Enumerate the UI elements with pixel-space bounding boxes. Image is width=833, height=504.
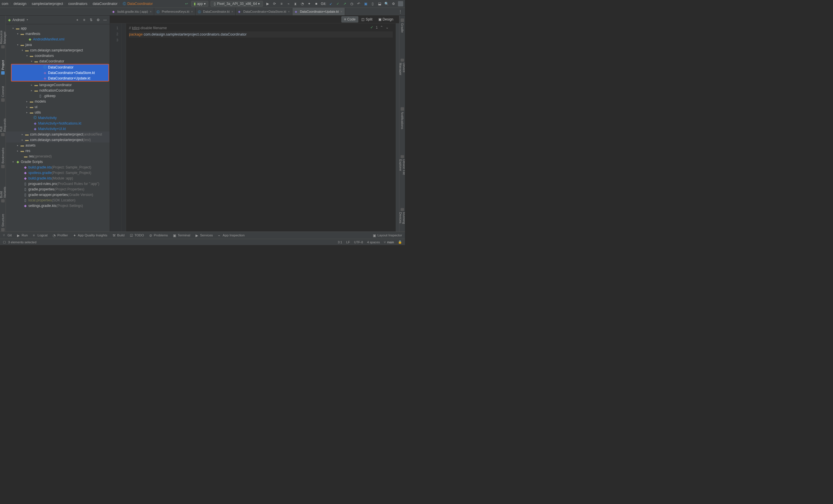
- tree-bgk-proj[interactable]: ◆build.gradle.kts (Project: Sample_Proje…: [6, 165, 110, 170]
- tree-models[interactable]: ▸▬models: [6, 99, 110, 104]
- aqi-tool[interactable]: ✦App Quality Insights: [73, 233, 107, 237]
- tree-java[interactable]: ▾▬java: [6, 42, 110, 47]
- run-tool[interactable]: ▶Run: [17, 233, 28, 237]
- tree-res[interactable]: ▸▬res: [6, 148, 110, 153]
- commit-tab[interactable]: Commit: [1, 86, 5, 102]
- tree-data-coordinator[interactable]: ▾▬dataCoordinator: [6, 58, 110, 64]
- next-highlight-icon[interactable]: ⌄: [385, 25, 389, 31]
- stop-icon[interactable]: ■: [314, 1, 318, 6]
- todo-tool[interactable]: ☑TODO: [130, 233, 144, 237]
- filter-icon[interactable]: ⇅: [89, 18, 93, 22]
- debug-icon[interactable]: ⌁: [286, 1, 291, 6]
- structure-tab[interactable]: Structure: [1, 214, 5, 231]
- crumb-5[interactable]: DataCoordinator: [127, 2, 153, 6]
- close-icon[interactable]: ×: [150, 10, 151, 13]
- hide-icon[interactable]: —: [103, 18, 107, 22]
- crumb-2[interactable]: samplestarterproject: [31, 2, 63, 6]
- git-tool[interactable]: ⑂Git: [3, 233, 12, 237]
- tree-proguard[interactable]: ▯proguard-rules.pro (ProGuard Rules for …: [6, 181, 110, 186]
- tree-notif-coord[interactable]: ▸▬notificationCoordinator: [6, 87, 110, 93]
- run-config-device[interactable]: ▯Pixel_3a_API_33_x86_64▾: [211, 1, 263, 7]
- avd-icon[interactable]: ▯: [370, 1, 375, 6]
- build-tool[interactable]: ⚒Build: [113, 233, 125, 237]
- build-variants-tab[interactable]: Build Variants: [0, 180, 6, 202]
- prev-highlight-icon[interactable]: ⌃: [380, 25, 383, 31]
- tree-bgk-mod[interactable]: ◆build.gradle.kts (Module :app): [6, 175, 110, 181]
- tabs-overflow[interactable]: ⋮: [396, 8, 405, 15]
- undo-icon[interactable]: ↶: [356, 1, 361, 6]
- tree-settings[interactable]: ◆settings.gradle.kts (Project Settings): [6, 203, 110, 208]
- close-icon[interactable]: ×: [191, 10, 193, 13]
- step-icon[interactable]: ≡: [279, 1, 284, 6]
- panel-gear-icon[interactable]: ⚙: [96, 18, 100, 22]
- running-devices-tab[interactable]: Running Devices: [399, 208, 405, 231]
- git-branch[interactable]: ⑂main: [384, 241, 394, 244]
- tab-4[interactable]: ◆DataCoordinator+Update.kt×: [292, 8, 345, 15]
- tree-spotless[interactable]: ◆spotless.gradle (Project: Sample_Projec…: [6, 170, 110, 175]
- avatar[interactable]: [398, 1, 403, 6]
- app-inspection-tool[interactable]: ⌁App Inspection: [218, 233, 245, 237]
- search-icon[interactable]: 🔍: [384, 1, 389, 6]
- pull-requests-tab[interactable]: Pull Requests: [0, 113, 6, 136]
- error-stripe[interactable]: [396, 23, 399, 231]
- tree-gitkeep[interactable]: ▯.gitkeep: [6, 93, 110, 99]
- coverage-icon[interactable]: ⧗: [293, 1, 298, 6]
- tree-pkg-androidtest[interactable]: ▸▬com.delasign.samplestarterproject (and…: [6, 131, 110, 137]
- tree-mainactivity[interactable]: ⒸMainActivity: [6, 115, 110, 121]
- logcat-tool[interactable]: ≡Logcat: [33, 233, 48, 237]
- code-area[interactable]: // ktlint-disable filename package com.d…: [126, 23, 396, 231]
- tab-2[interactable]: ⒸDataCoordinator.kt×: [195, 8, 236, 15]
- project-tab[interactable]: Project: [1, 60, 5, 75]
- sdk-icon[interactable]: ⬓: [377, 1, 382, 6]
- gutter-margin[interactable]: [121, 23, 126, 231]
- tree-res-gen[interactable]: ▬res (generated): [6, 153, 110, 159]
- tree-gprops[interactable]: ▯gradle.properties (Project Properties): [6, 186, 110, 192]
- tree-manifests[interactable]: ▾▬manifests: [6, 31, 110, 36]
- tab-1[interactable]: ⒸPreferencesKeys.kt×: [154, 8, 195, 15]
- inspection-widget[interactable]: ✓ 1 ⌃ ⌄: [370, 25, 389, 31]
- device-manager-tab[interactable]: Device Manager: [399, 59, 405, 81]
- tree-pkg[interactable]: ▾▬com.delasign.samplestarterproject: [6, 47, 110, 53]
- split-mode-button[interactable]: ◫ Split: [358, 16, 375, 23]
- run-icon[interactable]: ▶: [265, 1, 270, 6]
- run-config-app[interactable]: ▮app▾: [191, 1, 208, 7]
- resource-manager-tab[interactable]: Resource Manager: [0, 19, 6, 49]
- crumb-3[interactable]: coordinators: [68, 2, 87, 6]
- gradle-tab[interactable]: Gradle: [401, 19, 404, 33]
- status-icon[interactable]: ▢: [3, 240, 6, 244]
- debug-apply-icon[interactable]: ⟳: [272, 1, 277, 6]
- bookmarks-tab[interactable]: Bookmarks: [1, 148, 5, 168]
- tree-DataCoordinator[interactable]: ⒸDataCoordinator: [11, 65, 109, 70]
- tree-app[interactable]: ▾▬app: [6, 25, 110, 31]
- layout-inspector-tool[interactable]: ▣Layout Inspector: [373, 233, 402, 237]
- line-ending[interactable]: LF: [346, 241, 350, 244]
- indent[interactable]: 4 spaces: [367, 241, 380, 244]
- tree-assets[interactable]: ▸▬assets: [6, 143, 110, 148]
- settings-icon[interactable]: ⚙: [391, 1, 396, 6]
- close-icon[interactable]: ×: [288, 10, 289, 13]
- crumb-4[interactable]: dataCoordinator: [93, 2, 117, 6]
- code-mode-button[interactable]: ≡ Code: [341, 16, 359, 23]
- git-push-icon[interactable]: ↗: [342, 1, 347, 6]
- git-commit-icon[interactable]: ✓: [335, 1, 340, 6]
- design-mode-button[interactable]: ▣ Design: [376, 16, 396, 23]
- sort-icon[interactable]: ≡: [82, 18, 87, 22]
- tree-gradle-scripts[interactable]: ▾◆Gradle Scripts: [6, 159, 110, 165]
- tree-mainactivity-ui[interactable]: ◆MainActivity+UI.kt: [6, 126, 110, 131]
- tab-3[interactable]: ◆DataCoordinator+DataStore.kt×: [236, 8, 292, 15]
- readonly-lock-icon[interactable]: 🔒: [398, 240, 402, 244]
- project-tree[interactable]: ▾▬app ▾▬manifests ◆AndroidManifest.xml ▾…: [6, 24, 110, 231]
- attach-icon[interactable]: ✦: [307, 1, 311, 6]
- tree-gwprops[interactable]: ▯gradle-wrapper.properties (Gradle Versi…: [6, 192, 110, 197]
- encoding[interactable]: UTF-8: [354, 241, 363, 244]
- device-file-explorer-tab[interactable]: Device File Explorer: [399, 155, 405, 182]
- terminal-tool[interactable]: ▣Terminal: [173, 233, 190, 237]
- tree-DataCoordinator-Up[interactable]: ◆DataCoordinator+Update.kt: [11, 75, 109, 81]
- caret-position[interactable]: 3:1: [338, 241, 342, 244]
- locate-icon[interactable]: ⌖: [75, 18, 79, 22]
- tree-lang-coord[interactable]: ▸▬languageCoordinator: [6, 82, 110, 87]
- tree-pkg-test[interactable]: ▸▬com.delasign.samplestarterproject (tes…: [6, 137, 110, 143]
- history-icon[interactable]: ◷: [350, 1, 354, 6]
- services-tool[interactable]: ▶Services: [195, 233, 213, 237]
- profiler-tool[interactable]: ◔Profiler: [53, 233, 68, 237]
